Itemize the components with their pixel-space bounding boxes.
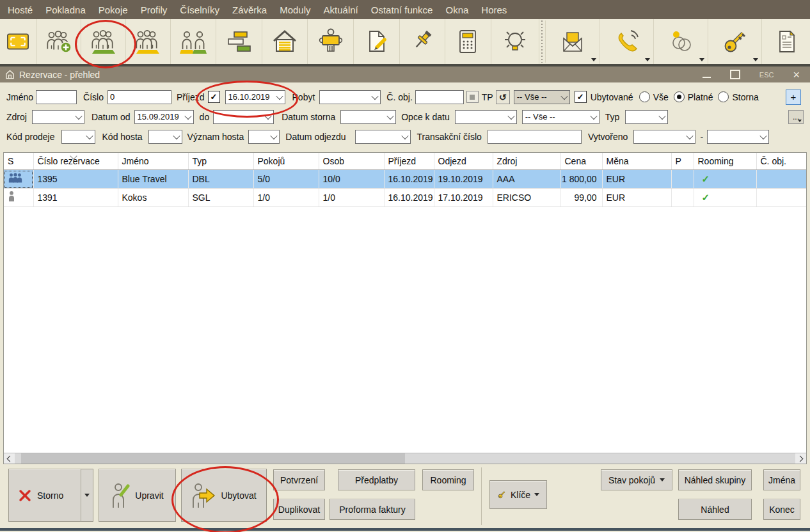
konec-button[interactable]: Konec xyxy=(763,499,800,520)
zdroj-combo[interactable] xyxy=(32,110,84,124)
shift-dropdown-icon[interactable] xyxy=(699,58,704,61)
do-combo[interactable] xyxy=(213,110,274,124)
col-osob[interactable]: Osob xyxy=(319,153,384,170)
kod-prodeje-combo[interactable] xyxy=(61,130,95,144)
menu-profily[interactable]: Profily xyxy=(134,4,174,15)
rooming-button[interactable]: Rooming xyxy=(422,469,474,490)
timeline-button[interactable] xyxy=(216,19,262,64)
col-odjezd[interactable]: Odjezd xyxy=(434,153,493,170)
menu-aktualni[interactable]: Aktuální xyxy=(317,4,365,15)
nahled-button[interactable]: Náhled xyxy=(678,499,752,520)
phone-dropdown-icon[interactable] xyxy=(645,58,650,61)
menu-zaverka[interactable]: Závěrka xyxy=(226,4,273,15)
vse-combo-2[interactable]: -- Vše -- xyxy=(522,110,600,124)
prijezd-checkbox[interactable]: ✓ xyxy=(208,91,220,103)
col-prijezd[interactable]: Příjezd xyxy=(384,153,434,170)
col-cislo-rezervace[interactable]: Číslo rezervace xyxy=(33,153,118,170)
duplikovat-button[interactable]: Duplikovat xyxy=(273,499,325,520)
guests-in-house-button[interactable] xyxy=(171,19,217,64)
room-plan-button[interactable] xyxy=(0,19,37,64)
scroll-right-button[interactable] xyxy=(795,453,806,464)
menu-ciselniky[interactable]: Číselníky xyxy=(173,4,226,15)
minimize-button[interactable] xyxy=(703,72,711,78)
col-zdroj[interactable]: Zdroj xyxy=(493,153,560,170)
toolbar-drag-handle[interactable] xyxy=(539,20,546,63)
jmeno-input[interactable] xyxy=(36,90,77,104)
keys-dropdown-icon[interactable] xyxy=(753,58,758,61)
report-button[interactable] xyxy=(762,19,810,64)
vytvoreno-do-combo[interactable] xyxy=(707,130,769,144)
ubytovane-checkbox[interactable]: ✓ xyxy=(575,91,587,103)
hint-button[interactable] xyxy=(491,19,540,64)
menu-ostatni-funkce[interactable]: Ostatní funkce xyxy=(365,4,440,15)
vse-combo-disabled[interactable]: -- Vše -- xyxy=(514,90,570,104)
datum-odjezdu-combo[interactable] xyxy=(355,130,411,144)
datum-storna-combo[interactable] xyxy=(340,110,396,124)
predplatby-button[interactable]: Předplatby xyxy=(338,469,415,490)
stav-pokoju-button[interactable]: Stav pokojů xyxy=(601,469,672,490)
keys-button[interactable] xyxy=(708,19,763,64)
col-pokoju[interactable]: Pokojů xyxy=(253,153,319,170)
radio-storna[interactable] xyxy=(718,91,729,102)
datum-od-combo[interactable]: 15.09.2019 xyxy=(134,110,194,124)
nahled-skupiny-button[interactable]: Náhled skupiny xyxy=(678,469,752,490)
col-jmeno[interactable]: Jméno xyxy=(118,153,188,170)
menu-pokoje[interactable]: Pokoje xyxy=(92,4,134,15)
add-reservation-plus-button[interactable]: + xyxy=(786,90,801,105)
more-filters-button[interactable]: ... xyxy=(788,110,804,124)
scroll-left-button[interactable] xyxy=(4,453,15,464)
col-rooming[interactable]: Rooming xyxy=(694,153,756,170)
maximize-button[interactable] xyxy=(730,70,740,79)
phone-button[interactable] xyxy=(600,19,655,64)
menu-okna[interactable]: Okna xyxy=(439,4,475,15)
pin-button[interactable] xyxy=(400,19,446,64)
radio-vse[interactable] xyxy=(639,91,650,102)
calculator-button[interactable] xyxy=(445,19,491,64)
edit-document-button[interactable] xyxy=(354,19,400,64)
col-cena[interactable]: Cena xyxy=(560,153,602,170)
add-reservation-button[interactable] xyxy=(37,19,82,64)
proforma-faktury-button[interactable]: Proforma faktury xyxy=(330,499,415,520)
hotel-button[interactable] xyxy=(262,19,308,64)
menu-hores[interactable]: Hores xyxy=(475,4,513,15)
menu-hoste[interactable]: Hosté xyxy=(1,4,39,15)
shift-button[interactable] xyxy=(654,19,708,64)
arrivals-overview-button[interactable] xyxy=(126,19,171,64)
col-p[interactable]: P xyxy=(671,153,694,170)
klice-button[interactable]: Klíče xyxy=(489,480,547,509)
cislo-input[interactable] xyxy=(107,90,171,104)
storno-dropdown-button[interactable] xyxy=(81,469,93,522)
table-row[interactable]: 1391 Kokos SGL 1/0 1/0 16.10.2019 17.10.… xyxy=(4,189,806,207)
horizontal-scrollbar[interactable] xyxy=(4,453,806,464)
ubytovat-button[interactable]: Ubytovat xyxy=(181,469,267,522)
vytvoreno-od-combo[interactable] xyxy=(633,130,695,144)
opce-combo[interactable] xyxy=(455,110,517,124)
col-s[interactable]: S xyxy=(4,153,33,170)
close-button[interactable]: × xyxy=(793,70,800,79)
vyznam-hosta-combo[interactable] xyxy=(248,130,280,144)
scrollbar-thumb[interactable] xyxy=(21,453,405,464)
esc-button[interactable]: ESC xyxy=(759,71,774,79)
guest-board-button[interactable] xyxy=(308,19,354,64)
potvrzeni-button[interactable]: Potvrzení xyxy=(273,469,325,490)
typ-combo[interactable] xyxy=(625,110,668,124)
col-typ[interactable]: Typ xyxy=(188,153,253,170)
transakcni-input[interactable] xyxy=(488,130,582,144)
kod-hosta-combo[interactable] xyxy=(148,130,182,144)
upravit-button[interactable]: Upravit xyxy=(99,469,176,522)
tp-toggle-button[interactable] xyxy=(466,91,479,103)
table-row[interactable]: 1395 Blue Travel DBL 5/0 10/0 16.10.2019… xyxy=(4,170,806,189)
col-cobj[interactable]: Č. obj. xyxy=(756,153,806,170)
refresh-button[interactable]: ↺ xyxy=(496,90,510,104)
jmena-button[interactable]: Jména xyxy=(763,469,800,490)
pobyt-combo[interactable] xyxy=(319,90,381,104)
cobj-input[interactable] xyxy=(415,90,464,104)
prijezd-date-combo[interactable]: 16.10.2019 xyxy=(225,90,285,104)
col-mena[interactable]: Měna xyxy=(602,153,671,170)
menu-pokladna[interactable]: Pokladna xyxy=(39,4,92,15)
reservation-overview-button[interactable] xyxy=(81,19,126,64)
mail-button[interactable] xyxy=(546,19,600,64)
storno-button[interactable]: Storno xyxy=(8,469,81,522)
menu-moduly[interactable]: Moduly xyxy=(273,4,317,15)
mail-dropdown-icon[interactable] xyxy=(591,58,596,61)
